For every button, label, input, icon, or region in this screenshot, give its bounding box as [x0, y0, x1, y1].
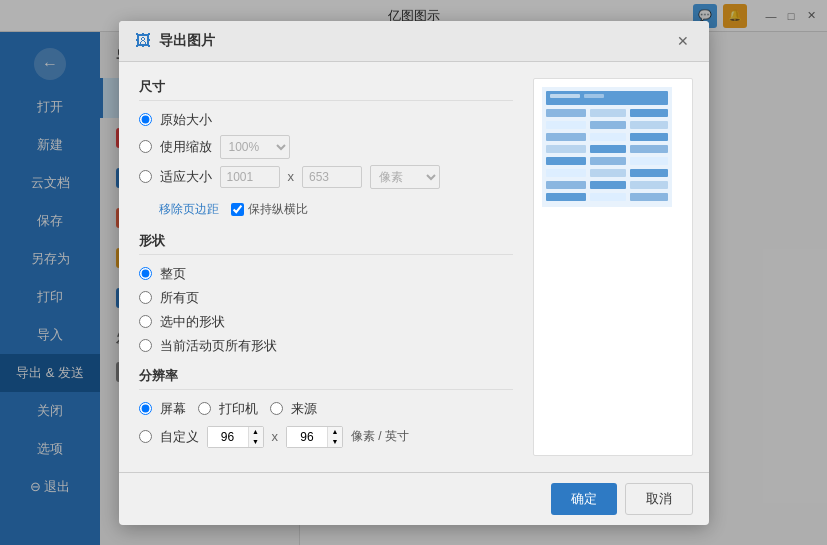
- size-original-label: 原始大小: [160, 111, 212, 129]
- custom-height-input[interactable]: [302, 166, 362, 188]
- svg-rect-11: [590, 133, 626, 141]
- dpi-screen-label: 屏幕: [160, 400, 186, 418]
- remove-margin-button[interactable]: 移除页边距: [159, 201, 219, 218]
- dpi-custom-radio-row: 自定义: [139, 428, 199, 446]
- dpi-custom-label: 自定义: [160, 428, 199, 446]
- svg-rect-5: [590, 109, 626, 117]
- dpi-x-sep: x: [272, 429, 279, 444]
- dpi-value1-down[interactable]: ▼: [249, 437, 263, 447]
- modal-left-panel: 尺寸 原始大小 使用缩放 100% 50% 200%: [119, 62, 533, 472]
- cancel-button[interactable]: 取消: [625, 483, 693, 515]
- dpi-value2-up[interactable]: ▲: [328, 427, 342, 437]
- svg-rect-4: [546, 109, 586, 117]
- shape-whole-label: 整页: [160, 265, 186, 283]
- svg-rect-8: [590, 121, 626, 129]
- svg-rect-2: [550, 94, 580, 98]
- shape-selected-radio[interactable]: [139, 315, 152, 328]
- dpi-value2-input[interactable]: [287, 427, 327, 447]
- preview-svg: [542, 87, 672, 207]
- size-custom-row: 适应大小 x 像素 厘米: [139, 165, 513, 189]
- keep-ratio-label: 保持纵横比: [231, 201, 308, 218]
- svg-rect-7: [546, 121, 586, 129]
- svg-rect-19: [546, 169, 586, 177]
- dpi-source-row: 来源: [270, 400, 317, 418]
- dpi-value1-input[interactable]: [208, 427, 248, 447]
- dpi-printer-row: 打印机: [198, 400, 258, 418]
- svg-rect-13: [546, 145, 586, 153]
- shape-selected-label: 选中的形状: [160, 313, 225, 331]
- svg-rect-27: [630, 193, 668, 201]
- svg-rect-24: [630, 181, 668, 189]
- dpi-custom-row: 自定义 ▲ ▼ x ▲ ▼: [139, 426, 513, 448]
- svg-rect-14: [590, 145, 626, 153]
- svg-rect-6: [630, 109, 668, 117]
- dpi-value2-down[interactable]: ▼: [328, 437, 342, 447]
- modal-title-icon: 🖼: [135, 32, 151, 50]
- keep-ratio-checkbox[interactable]: [231, 203, 244, 216]
- svg-rect-15: [630, 145, 668, 153]
- modal-body: 尺寸 原始大小 使用缩放 100% 50% 200%: [119, 62, 709, 472]
- modal-footer: 确定 取消: [119, 472, 709, 525]
- svg-rect-20: [590, 169, 626, 177]
- svg-rect-16: [546, 157, 586, 165]
- shape-radio-group: 整页 所有页 选中的形状 当前活动页所有形状: [139, 265, 513, 355]
- shape-section-title: 形状: [139, 232, 513, 255]
- svg-rect-3: [584, 94, 604, 98]
- shape-whole-radio[interactable]: [139, 267, 152, 280]
- dpi-value2-spinbox: ▲ ▼: [286, 426, 343, 448]
- size-original-row: 原始大小: [139, 111, 513, 129]
- dpi-screen-radio[interactable]: [139, 402, 152, 415]
- svg-rect-10: [546, 133, 586, 141]
- dpi-section-title: 分辨率: [139, 367, 513, 390]
- modal-title-text: 导出图片: [159, 32, 215, 50]
- svg-rect-25: [546, 193, 586, 201]
- zoom-select[interactable]: 100% 50% 200%: [220, 135, 290, 159]
- svg-rect-17: [590, 157, 626, 165]
- modal-overlay: 🖼 导出图片 ✕ 尺寸 原始大小 使用缩放: [0, 0, 827, 545]
- svg-rect-12: [630, 133, 668, 141]
- size-zoom-radio[interactable]: [139, 140, 152, 153]
- dpi-printer-label: 打印机: [219, 400, 258, 418]
- size-custom-label: 适应大小: [160, 168, 212, 186]
- size-zoom-label: 使用缩放: [160, 138, 212, 156]
- dpi-source-label: 来源: [291, 400, 317, 418]
- shape-whole-row: 整页: [139, 265, 513, 283]
- size-section-title: 尺寸: [139, 78, 513, 101]
- dpi-value1-spinbox: ▲ ▼: [207, 426, 264, 448]
- dpi-source-radio[interactable]: [270, 402, 283, 415]
- size-x-separator: x: [288, 169, 295, 184]
- size-original-radio[interactable]: [139, 113, 152, 126]
- size-zoom-row: 使用缩放 100% 50% 200%: [139, 135, 513, 159]
- dpi-value1-up[interactable]: ▲: [249, 427, 263, 437]
- shape-current-radio[interactable]: [139, 339, 152, 352]
- dpi-custom-radio[interactable]: [139, 430, 152, 443]
- confirm-button[interactable]: 确定: [551, 483, 617, 515]
- svg-rect-22: [546, 181, 586, 189]
- shape-current-label: 当前活动页所有形状: [160, 337, 277, 355]
- modal-close-button[interactable]: ✕: [673, 31, 693, 51]
- svg-rect-21: [630, 169, 668, 177]
- svg-rect-18: [630, 157, 668, 165]
- modal-preview-panel: [533, 78, 693, 456]
- shape-allpages-row: 所有页: [139, 289, 513, 307]
- modal-header: 🖼 导出图片 ✕: [119, 21, 709, 62]
- modal-header-left: 🖼 导出图片: [135, 32, 215, 50]
- dpi-preset-row: 屏幕 打印机 来源: [139, 400, 513, 418]
- dpi-screen-row: 屏幕: [139, 400, 186, 418]
- shape-selected-row: 选中的形状: [139, 313, 513, 331]
- svg-rect-9: [630, 121, 668, 129]
- svg-rect-23: [590, 181, 626, 189]
- dpi-printer-radio[interactable]: [198, 402, 211, 415]
- dpi-unit-label: 像素 / 英寸: [351, 428, 409, 445]
- size-custom-radio[interactable]: [139, 170, 152, 183]
- unit-select[interactable]: 像素 厘米: [370, 165, 440, 189]
- shape-allpages-label: 所有页: [160, 289, 199, 307]
- export-image-modal: 🖼 导出图片 ✕ 尺寸 原始大小 使用缩放: [119, 21, 709, 525]
- shape-allpages-radio[interactable]: [139, 291, 152, 304]
- svg-rect-26: [590, 193, 626, 201]
- custom-width-input[interactable]: [220, 166, 280, 188]
- shape-current-row: 当前活动页所有形状: [139, 337, 513, 355]
- size-radio-group: 原始大小 使用缩放 100% 50% 200% 适应大小: [139, 111, 513, 189]
